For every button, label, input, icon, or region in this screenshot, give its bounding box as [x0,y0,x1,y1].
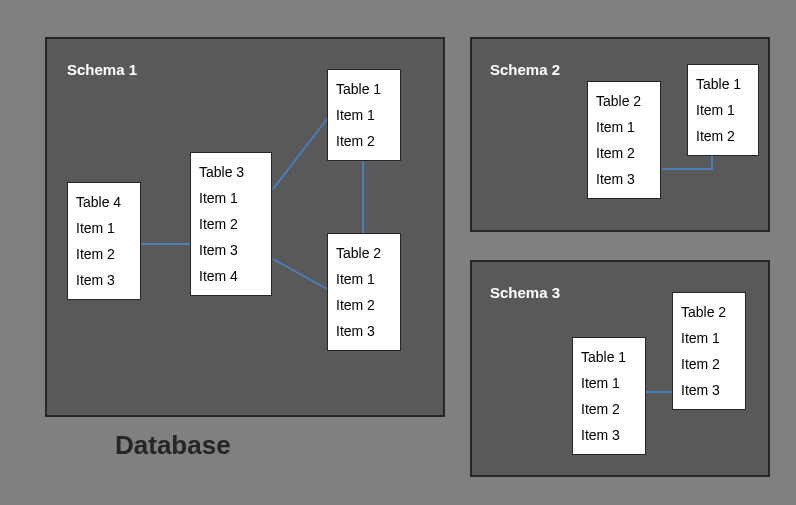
table-item: Item 2 [76,241,132,267]
table-item: Item 1 [681,325,737,351]
schema-2-table-2: Table 2 Item 1 Item 2 Item 3 [587,81,661,199]
table-item: Item 3 [76,267,132,293]
table-item: Item 1 [76,215,132,241]
schema-3-table-2: Table 2 Item 1 Item 2 Item 3 [672,292,746,410]
svg-line-1 [273,119,327,189]
table-item: Item 3 [681,377,737,403]
table-item: Item 2 [681,351,737,377]
table-name: Table 4 [76,189,132,215]
schema-1-table-1: Table 1 Item 1 Item 2 [327,69,401,161]
table-item: Item 2 [199,211,263,237]
schema-3: Schema 3 Table 1 Item 1 Item 2 Item 3 Ta… [470,260,770,477]
schema-1-table-4: Table 4 Item 1 Item 2 Item 3 [67,182,141,300]
table-item: Item 2 [696,123,750,149]
table-item: Item 2 [336,128,392,154]
table-name: Table 1 [696,71,750,97]
table-item: Item 2 [581,396,637,422]
table-item: Item 3 [581,422,637,448]
schema-1: Schema 1 Table 4 Item 1 Item 2 Item 3 Ta… [45,37,445,417]
table-name: Table 1 [581,344,637,370]
schema-1-table-3: Table 3 Item 1 Item 2 Item 3 Item 4 [190,152,272,296]
table-item: Item 2 [336,292,392,318]
table-name: Table 2 [336,240,392,266]
table-item: Item 3 [199,237,263,263]
table-item: Item 4 [199,263,263,289]
table-item: Item 1 [696,97,750,123]
table-item: Item 1 [336,266,392,292]
schema-3-table-1: Table 1 Item 1 Item 2 Item 3 [572,337,646,455]
table-name: Table 2 [681,299,737,325]
schema-2: Schema 2 Table 2 Item 1 Item 2 Item 3 Ta… [470,37,770,232]
schema-2-table-1: Table 1 Item 1 Item 2 [687,64,759,156]
table-item: Item 3 [596,166,652,192]
table-item: Item 1 [581,370,637,396]
schema-1-table-2: Table 2 Item 1 Item 2 Item 3 [327,233,401,351]
table-name: Table 2 [596,88,652,114]
table-item: Item 1 [199,185,263,211]
database-canvas: Schema 1 Table 4 Item 1 Item 2 Item 3 Ta… [0,0,796,505]
table-name: Table 1 [336,76,392,102]
svg-line-2 [273,259,327,289]
table-name: Table 3 [199,159,263,185]
table-item: Item 1 [596,114,652,140]
table-item: Item 1 [336,102,392,128]
database-label: Database [115,430,231,461]
table-item: Item 2 [596,140,652,166]
table-item: Item 3 [336,318,392,344]
